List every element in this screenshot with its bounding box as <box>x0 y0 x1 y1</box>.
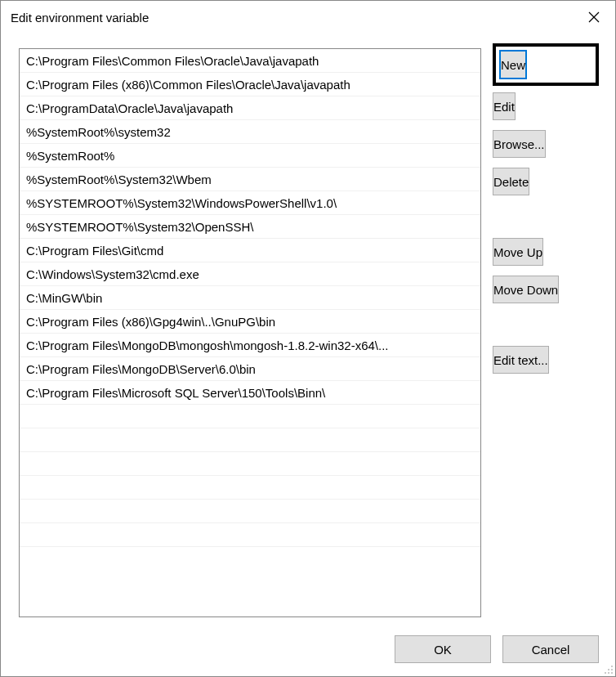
path-listbox[interactable]: C:\Program Files\Common Files\Oracle\Jav… <box>19 48 481 617</box>
svg-point-7 <box>605 672 606 674</box>
svg-point-6 <box>608 672 609 674</box>
dialog-footer: OK Cancel <box>19 617 599 663</box>
svg-point-4 <box>608 669 609 670</box>
resize-grip-icon[interactable] <box>602 663 614 675</box>
list-item[interactable]: %SystemRoot%\System32\Wbem <box>20 168 480 191</box>
list-item[interactable]: C:\Program Files\Common Files\Oracle\Jav… <box>20 49 480 73</box>
list-item[interactable] <box>20 476 480 500</box>
list-item[interactable]: C:\ProgramData\Oracle\Java\javapath <box>20 96 480 120</box>
list-item[interactable] <box>20 452 480 476</box>
list-item[interactable]: %SYSTEMROOT%\System32\OpenSSH\ <box>20 215 480 239</box>
main-area: C:\Program Files\Common Files\Oracle\Jav… <box>19 48 599 617</box>
button-gap <box>493 313 599 346</box>
list-item[interactable]: C:\Program Files (x86)\Common Files\Orac… <box>20 73 480 96</box>
edit-button[interactable]: Edit <box>493 92 516 120</box>
list-item[interactable]: C:\MinGW\bin <box>20 286 480 310</box>
cancel-button[interactable]: Cancel <box>502 635 599 663</box>
list-item[interactable] <box>20 523 480 547</box>
new-button[interactable]: New <box>499 50 527 79</box>
button-gap <box>493 205 599 238</box>
window-title: Edit environment variable <box>11 11 149 25</box>
move-up-button[interactable]: Move Up <box>493 238 543 266</box>
edit-text-button[interactable]: Edit text... <box>493 346 549 374</box>
close-button[interactable] <box>583 6 605 29</box>
list-item[interactable] <box>20 547 480 571</box>
list-item[interactable]: %SystemRoot% <box>20 144 480 168</box>
list-item[interactable]: C:\Program Files\MongoDB\Server\6.0\bin <box>20 357 480 381</box>
svg-point-3 <box>611 669 613 670</box>
svg-point-2 <box>611 666 613 667</box>
ok-button[interactable]: OK <box>395 635 491 663</box>
list-item[interactable]: C:\Program Files\Microsoft SQL Server\15… <box>20 381 480 405</box>
close-icon <box>588 11 600 23</box>
list-item[interactable]: C:\Program Files (x86)\Gpg4win\..\GnuPG\… <box>20 310 480 334</box>
move-down-button[interactable]: Move Down <box>493 276 559 303</box>
titlebar: Edit environment variable <box>1 1 615 32</box>
svg-point-5 <box>611 672 613 674</box>
dialog-content: C:\Program Files\Common Files\Oracle\Jav… <box>1 32 615 676</box>
side-button-panel: New Edit Browse... Delete Move Up Move D… <box>493 48 599 617</box>
browse-button[interactable]: Browse... <box>493 130 546 158</box>
list-item[interactable] <box>20 428 480 452</box>
list-item[interactable]: %SYSTEMROOT%\System32\WindowsPowerShell\… <box>20 191 480 215</box>
list-item[interactable]: %SystemRoot%\system32 <box>20 120 480 144</box>
list-item[interactable] <box>20 405 480 428</box>
delete-button[interactable]: Delete <box>493 168 529 195</box>
list-item[interactable] <box>20 500 480 523</box>
edit-env-var-dialog: Edit environment variable C:\Program Fil… <box>0 0 616 677</box>
new-button-highlight: New <box>493 43 599 86</box>
list-item[interactable]: C:\Program Files\MongoDB\mongosh\mongosh… <box>20 334 480 357</box>
list-item[interactable]: C:\Program Files\Git\cmd <box>20 239 480 262</box>
list-item[interactable]: C:\Windows\System32\cmd.exe <box>20 262 480 286</box>
